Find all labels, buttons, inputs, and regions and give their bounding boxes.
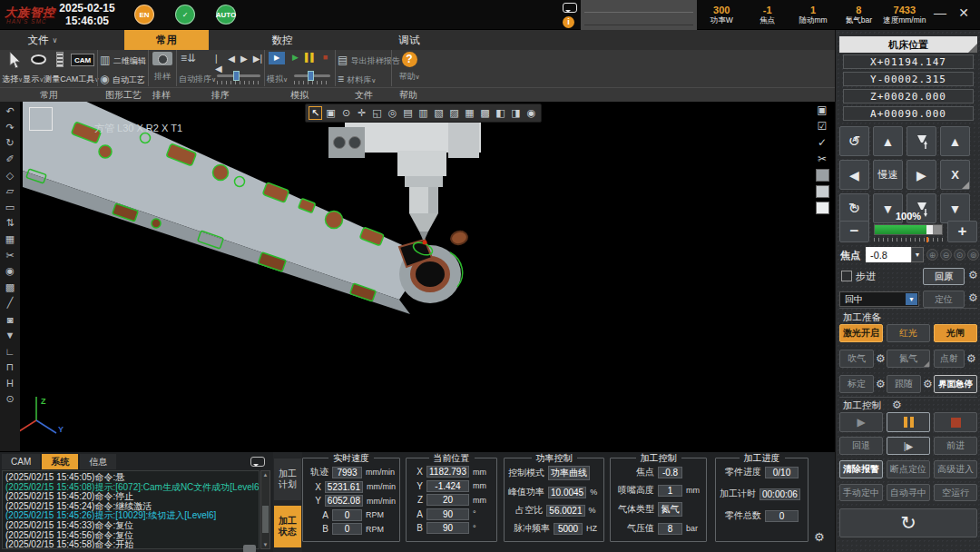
gear-icon[interactable]: ⚙	[966, 352, 976, 365]
gear-icon[interactable]: ⚙	[876, 352, 886, 365]
follow-button[interactable]: 跟随	[887, 375, 921, 393]
scroll-thumb[interactable]	[262, 506, 269, 533]
axis-select-button[interactable]: X	[940, 160, 970, 190]
burst-button[interactable]: 点射	[934, 350, 965, 368]
first-button[interactable]: |◀	[215, 54, 222, 74]
tab-debug[interactable]: 调试	[383, 30, 436, 50]
last-button[interactable]: ▶|	[253, 54, 262, 74]
stop-button[interactable]	[934, 412, 977, 432]
sim-slider-knob[interactable]	[308, 71, 314, 81]
step-forward-button[interactable]: |▶	[887, 437, 930, 455]
view-right-icon[interactable]: ▨	[447, 106, 461, 120]
rate-minus-button[interactable]: −	[839, 221, 869, 242]
dry-run-button[interactable]: 空运行	[934, 484, 977, 501]
cam-tools[interactable]: CAM工具∨	[60, 74, 99, 85]
rate-bar[interactable]	[874, 224, 943, 235]
scroll-down-icon[interactable]: ▼	[261, 542, 270, 547]
display-icon[interactable]	[31, 54, 46, 64]
view-left-icon[interactable]: ▧	[432, 106, 446, 120]
dot-icon[interactable]: ◉	[2, 263, 18, 280]
forward-button[interactable]: 前进	[934, 437, 977, 455]
jog-y-plus-button[interactable]: ▲	[873, 126, 903, 156]
gear-icon[interactable]: ⚙	[968, 269, 978, 281]
rotate-icon[interactable]: ↻	[2, 135, 18, 152]
auto-badge[interactable]: AUTO	[216, 5, 236, 25]
check-icon[interactable]: ✓	[816, 136, 829, 149]
calibrate-button[interactable]: 标定	[839, 375, 874, 393]
gear-icon[interactable]: ⚙	[892, 399, 902, 411]
view-bottom-icon[interactable]: ▩	[478, 106, 492, 120]
simulate-icon[interactable]: ▶	[269, 52, 285, 64]
log-message-icon[interactable]	[250, 457, 265, 467]
chat-icon[interactable]	[563, 3, 577, 13]
breakpoint-button[interactable]: 断点定位	[887, 460, 930, 478]
log-list[interactable]: (2025/02/15 15:45:05)命令:悬(2025/02/15 15:…	[2, 470, 260, 549]
auto-tech-button[interactable]: ◉ 自动工艺	[100, 73, 147, 86]
laser-on-button[interactable]: 激光开启	[839, 324, 883, 342]
locate-button[interactable]: 定位	[923, 291, 965, 308]
focus-dropdown[interactable]: ▼	[911, 247, 924, 262]
log-tab-system[interactable]: 系统	[42, 454, 78, 469]
step-checkbox[interactable]	[841, 271, 852, 281]
render-icon[interactable]: ◉	[524, 106, 538, 120]
lang-badge[interactable]: EN	[134, 5, 154, 25]
nest-button[interactable]: 排样	[151, 71, 174, 83]
select-cursor-icon[interactable]: ↖	[309, 106, 322, 120]
auto-sort-button[interactable]: 自动排序∨	[179, 74, 216, 85]
zoom-icon[interactable]: ◎	[386, 106, 399, 120]
nozzle-up-button[interactable]	[906, 126, 936, 156]
tab-processing-plan[interactable]: 加工计划	[274, 458, 301, 500]
direction-icon[interactable]: ⊙	[2, 391, 18, 408]
swatch-mid[interactable]	[816, 185, 829, 198]
array-icon[interactable]: ▩	[2, 280, 18, 296]
help-button[interactable]: 帮助∨	[394, 71, 425, 83]
view-top-icon[interactable]: ▦	[463, 106, 476, 120]
gear-icon[interactable]: ⚙	[923, 378, 933, 390]
ok-badge[interactable]: ✓	[175, 5, 195, 25]
swatch-dark[interactable]	[816, 169, 829, 182]
minimize-button[interactable]: —	[931, 5, 949, 20]
origin-icon[interactable]: ◙	[2, 311, 18, 328]
clear-alarm-button[interactable]: 清除报警	[839, 460, 883, 478]
scroll-up-icon[interactable]: ▲	[261, 472, 270, 478]
advanced-button[interactable]: 高级进入	[934, 460, 977, 478]
rate-plus-button[interactable]: +	[947, 221, 977, 242]
swatch-light[interactable]	[816, 202, 829, 214]
sim-stop-button[interactable]: ■	[323, 53, 328, 62]
auto-center-button[interactable]: 自动寻中	[887, 484, 930, 501]
display-tool[interactable]: 显示∨	[23, 74, 44, 85]
sim-slider[interactable]	[294, 74, 330, 77]
log-tab-info[interactable]: 信息	[80, 454, 116, 469]
view-iso2-icon[interactable]: ◨	[509, 106, 523, 120]
manual-center-button[interactable]: 手动定中	[839, 484, 883, 501]
gear-icon[interactable]: ⚙	[968, 291, 978, 304]
log-tab-cam[interactable]: CAM	[2, 454, 40, 469]
focus-plus-icon[interactable]: ⊕	[926, 249, 938, 261]
start-button[interactable]: ▶	[839, 412, 883, 432]
undo-icon[interactable]: ↶	[2, 104, 18, 120]
draw-icon[interactable]: ✐	[2, 152, 18, 168]
home-button[interactable]: 回原	[923, 268, 965, 285]
region-select-icon[interactable]: ▣	[324, 106, 338, 120]
center-select[interactable]: 回中 ▼	[839, 291, 919, 307]
swap-icon[interactable]: ⇅	[2, 215, 18, 232]
jog-x-minus-button[interactable]: ◀	[839, 160, 869, 190]
cam-icon[interactable]: CAM	[71, 54, 94, 66]
shape-icon[interactable]: ◇	[2, 167, 18, 183]
red-light-button[interactable]: 红光	[887, 324, 930, 342]
tab-nc[interactable]: 数控	[256, 30, 309, 50]
shutter-button[interactable]: 光闸	[934, 324, 977, 342]
angle-icon[interactable]: ∟	[2, 343, 18, 360]
export-report-button[interactable]: ▤ 导出排样报告	[338, 54, 390, 67]
help-icon[interactable]: ?	[402, 52, 417, 67]
zoom-object-icon[interactable]: ⊙	[339, 106, 353, 120]
jog-x-plus-button[interactable]: ▶	[906, 160, 936, 190]
tab-file[interactable]: 文件∨	[7, 30, 78, 50]
measure-tool[interactable]: 测量	[44, 74, 60, 85]
tab-processing-status[interactable]: 加工状态	[274, 506, 301, 547]
material-library-button[interactable]: ≡ 材料库∨	[338, 73, 390, 86]
close-button[interactable]: ✕	[955, 5, 973, 20]
rect-icon[interactable]: ▭	[2, 200, 18, 216]
sort-list-icon[interactable]: ≡⇊	[181, 52, 196, 64]
machine-position-title[interactable]: 机床位置	[839, 36, 977, 53]
